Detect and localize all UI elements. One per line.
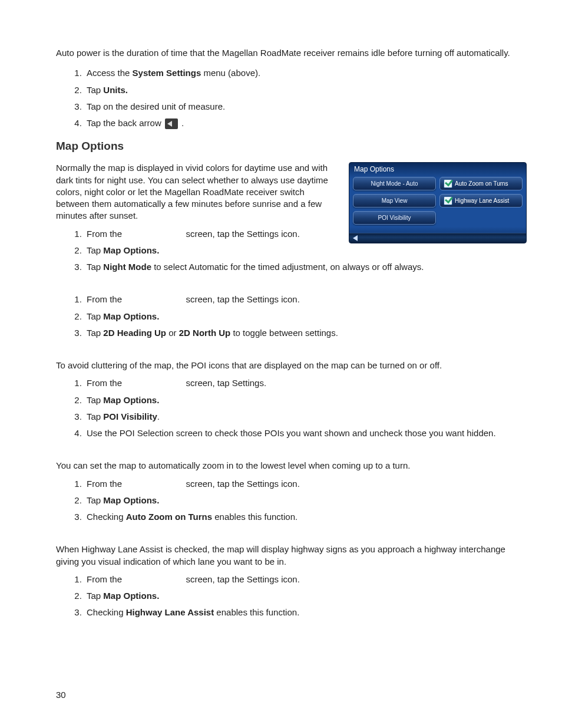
device-btn-map-view: Map View [353,194,436,207]
text: Tap [87,85,103,95]
device-btn-poi-visibility: POI Visibility [353,211,436,225]
bold-text: Auto Zoom on Turns [126,512,212,522]
bold-text: Map Options. [103,311,159,321]
list-item: Tap POI Visibility. [84,411,527,423]
text: From the [87,479,124,489]
bold-text: Units. [103,85,128,95]
paragraph-poi-intro: To avoid cluttering of the map, the POI … [56,360,527,371]
text: to toggle between settings. [230,328,338,338]
text: enables this function. [214,607,299,617]
device-chk-auto-zoom: Auto Zoom on Turns [439,177,523,190]
list-item: From the screen, tap the Settings icon. [84,574,527,585]
page-number: 30 [56,690,66,700]
text: Tap the back arrow [87,118,164,128]
list-item: Tap Map Options. [84,245,527,256]
text: Access the [87,68,133,78]
checkbox-icon [444,196,452,205]
bold-text: Map Options. [103,245,159,255]
list-item: Use the POI Selection screen to check th… [84,427,527,439]
text: menu (above). [201,68,260,78]
text: From the [87,229,124,239]
list-item: Checking Highway Lane Assist enables thi… [84,607,527,618]
list-item: From the screen, tap Settings. [84,377,527,389]
device-bottom-bar [349,233,526,243]
list-item: Tap the back arrow . [84,117,527,129]
back-arrow-icon [165,118,178,129]
text: Auto Zoom on Turns [455,180,508,187]
steps-autozoom: From the screen, tap the Settings icon. … [56,478,527,523]
text: Tap [87,591,103,601]
text: screen, tap the Settings icon. [183,294,300,304]
text: to select Automatic for the timed adjust… [151,262,424,272]
text: or [166,328,179,338]
text: Tap [87,395,103,405]
text: . [157,411,160,421]
text: Tap [87,328,103,338]
bold-text: POI Visibility [103,411,157,421]
list-item: Tap Map Options. [84,495,527,506]
bold-text: Map Options. [103,395,159,405]
list-item: Tap Night Mode to select Automatic for t… [84,261,527,273]
list-item: From the screen, tap the Settings icon. [84,294,527,305]
bold-text: Highway Lane Assist [126,607,214,617]
text: Tap [87,411,103,421]
paragraph-autopower: Auto power is the duration of time that … [56,47,527,59]
device-title: Map Options [349,163,526,173]
text: Checking [87,607,126,617]
steps-hla: From the screen, tap the Settings icon. … [56,574,527,619]
list-item: Access the System Settings menu (above). [84,67,527,79]
steps-units: Access the System Settings menu (above).… [56,67,527,129]
text: screen, tap the Settings icon. [183,229,300,239]
text: From the [87,378,124,388]
text: Tap [87,311,103,321]
bold-text: 2D North Up [179,328,231,338]
list-item: Tap Map Options. [84,590,527,602]
list-item: Tap on the desired unit of measure. [84,101,527,113]
text: From the [87,574,124,584]
paragraph-hla-intro: When Highway Lane Assist is checked, the… [56,543,527,568]
text: enables this function. [212,512,297,522]
text: . [179,118,184,128]
text: screen, tap the Settings icon. [183,479,300,489]
text: Checking [87,512,126,522]
bold-text: Map Options. [103,591,159,601]
device-btn-night-mode: Night Mode - Auto [353,177,436,190]
list-item: Tap Map Options. [84,394,527,406]
device-screenshot: Map Options Night Mode - Auto Map View P… [349,162,527,243]
bold-text: 2D Heading Up [103,328,166,338]
bold-text: Map Options. [103,495,159,505]
text: screen, tap the Settings icon. [183,574,300,584]
steps-heading-up: From the screen, tap the Settings icon. … [56,294,527,339]
device-chk-highway-lane-assist: Highway Lane Assist [439,194,523,207]
text: Highway Lane Assist [455,197,509,204]
steps-poi: From the screen, tap Settings. Tap Map O… [56,377,527,439]
text: Tap [87,245,103,255]
list-item: Checking Auto Zoom on Turns enables this… [84,511,527,523]
bold-text: System Settings [133,68,201,78]
list-item: Tap Units. [84,84,527,96]
checkbox-icon [444,179,452,188]
heading-map-options: Map Options [56,140,527,153]
text: From the [87,294,124,304]
text: Tap [87,495,103,505]
back-arrow-icon [353,235,358,241]
list-item: Tap Map Options. [84,311,527,322]
text: screen, tap Settings. [183,378,266,388]
list-item: From the screen, tap the Settings icon. [84,478,527,490]
list-item: Tap 2D Heading Up or 2D North Up to togg… [84,327,527,339]
paragraph-autozoom-intro: You can set the map to automatically zoo… [56,460,527,472]
text: Tap [87,262,103,272]
bold-text: Night Mode [103,262,151,272]
